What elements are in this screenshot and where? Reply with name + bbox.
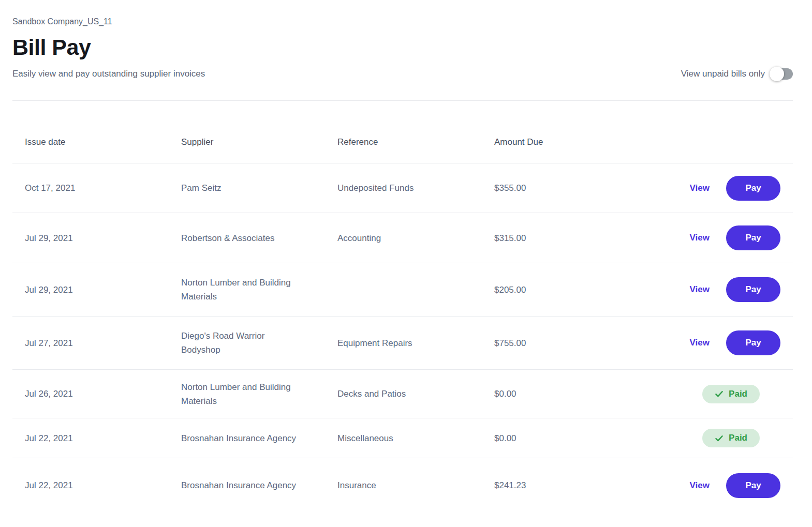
unpaid-bills-toggle[interactable] <box>771 68 793 80</box>
table-row: Jul 29, 2021 Norton Lumber and Building … <box>12 263 793 317</box>
company-name: Sandbox Company_US_11 <box>12 0 793 26</box>
cell-actions: Paid <box>629 385 780 403</box>
cell-supplier: Brosnahan Insurance Agency <box>181 431 337 445</box>
cell-supplier: Brosnahan Insurance Agency <box>181 478 337 492</box>
toggle-knob[interactable] <box>770 67 784 81</box>
table-row: Jul 29, 2021 Robertson & Associates Acco… <box>12 213 793 263</box>
cell-issue-date: Jul 26, 2021 <box>25 387 181 401</box>
cell-supplier: Norton Lumber and Building Materials <box>181 276 337 304</box>
cell-issue-date: Oct 17, 2021 <box>25 181 181 195</box>
bill-pay-page: Sandbox Company_US_11 Bill Pay Easily vi… <box>0 0 812 513</box>
table-row: Oct 17, 2021 Pam Seitz Undeposited Funds… <box>12 163 793 213</box>
cell-amount-due: $355.00 <box>494 181 629 195</box>
cell-actions: View Pay <box>629 277 780 302</box>
view-button[interactable]: View <box>690 183 710 193</box>
unpaid-filter-group: View unpaid bills only <box>681 68 793 80</box>
cell-reference: Equipment Repairs <box>337 336 494 350</box>
cell-amount-due: $0.00 <box>494 387 629 401</box>
view-button[interactable]: View <box>690 284 710 295</box>
cell-supplier: Norton Lumber and Building Materials <box>181 380 337 408</box>
cell-actions: View Pay <box>629 225 780 250</box>
page-title: Bill Pay <box>12 35 793 60</box>
cell-issue-date: Jul 29, 2021 <box>25 231 181 245</box>
table-row: Jul 27, 2021 Diego's Road Warrior Bodysh… <box>12 317 793 370</box>
cell-issue-date: Jul 22, 2021 <box>25 478 181 492</box>
column-header-amount-due: Amount Due <box>494 137 629 147</box>
cell-amount-due: $241.23 <box>494 478 629 492</box>
bills-table: Issue date Supplier Reference Amount Due… <box>12 101 793 513</box>
cell-reference: Decks and Patios <box>337 387 494 401</box>
check-icon <box>715 389 724 398</box>
view-button[interactable]: View <box>690 338 710 348</box>
view-button[interactable]: View <box>690 480 710 491</box>
cell-actions: Paid <box>629 429 780 447</box>
check-icon <box>715 434 724 443</box>
cell-actions: View Pay <box>629 473 780 498</box>
paid-label: Paid <box>729 433 747 443</box>
cell-actions: View Pay <box>629 330 780 355</box>
cell-amount-due: $0.00 <box>494 431 629 445</box>
paid-status-badge: Paid <box>702 429 760 447</box>
column-header-supplier: Supplier <box>181 137 337 147</box>
paid-status-badge: Paid <box>702 385 760 403</box>
table-row: Jul 26, 2021 Norton Lumber and Building … <box>12 370 793 418</box>
table-row: Jul 22, 2021 Brosnahan Insurance Agency … <box>12 458 793 513</box>
cell-supplier: Pam Seitz <box>181 181 337 195</box>
toggle-label: View unpaid bills only <box>681 69 765 79</box>
cell-reference: Accounting <box>337 231 494 245</box>
pay-button[interactable]: Pay <box>726 330 780 355</box>
pay-button[interactable]: Pay <box>726 225 780 250</box>
cell-supplier: Robertson & Associates <box>181 231 337 245</box>
cell-reference: Miscellaneous <box>337 431 494 445</box>
cell-issue-date: Jul 27, 2021 <box>25 336 181 350</box>
cell-supplier: Diego's Road Warrior Bodyshop <box>181 329 337 357</box>
table-row: Jul 22, 2021 Brosnahan Insurance Agency … <box>12 418 793 458</box>
subtitle-row: Easily view and pay outstanding supplier… <box>12 68 793 80</box>
view-button[interactable]: View <box>690 233 710 243</box>
column-header-reference: Reference <box>337 137 494 147</box>
cell-reference: Undeposited Funds <box>337 181 494 195</box>
cell-issue-date: Jul 22, 2021 <box>25 431 181 445</box>
pay-button[interactable]: Pay <box>726 277 780 302</box>
table-header-row: Issue date Supplier Reference Amount Due <box>12 101 793 163</box>
column-header-issue-date: Issue date <box>25 137 181 147</box>
paid-label: Paid <box>729 389 747 399</box>
pay-button[interactable]: Pay <box>726 176 780 201</box>
cell-amount-due: $205.00 <box>494 283 629 297</box>
cell-actions: View Pay <box>629 176 780 201</box>
cell-issue-date: Jul 29, 2021 <box>25 283 181 297</box>
cell-amount-due: $755.00 <box>494 336 629 350</box>
pay-button[interactable]: Pay <box>726 473 780 498</box>
page-subtitle: Easily view and pay outstanding supplier… <box>12 69 205 79</box>
cell-amount-due: $315.00 <box>494 231 629 245</box>
cell-reference: Insurance <box>337 478 494 492</box>
